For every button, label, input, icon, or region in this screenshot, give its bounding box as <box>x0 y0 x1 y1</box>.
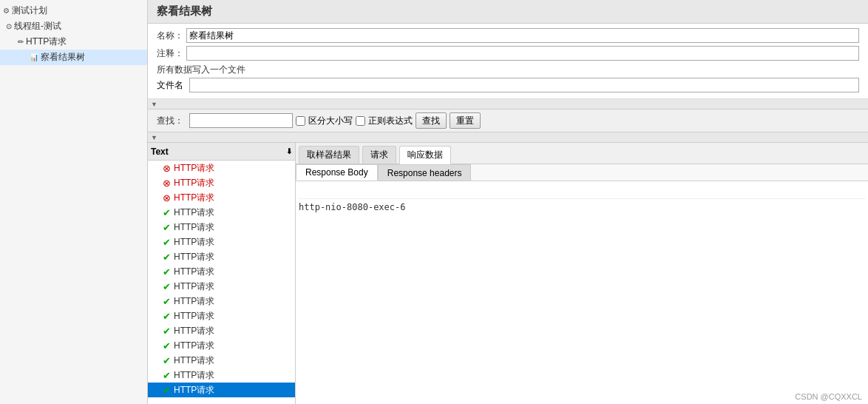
error-icon: ⊗ <box>163 192 171 203</box>
case-sensitive-checkbox[interactable] <box>296 116 305 126</box>
arrow-icon-2: ▼ <box>151 134 157 141</box>
detail-panel: 取样器结果 请求 响应数据 Response Body Response hea… <box>296 143 868 404</box>
list-item[interactable]: ✔HTTP请求 <box>148 294 295 309</box>
panel-title: 察看结果树 <box>157 4 212 17</box>
list-item-text: HTTP请求 <box>174 266 214 278</box>
tab-response-data[interactable]: 响应数据 <box>399 146 451 164</box>
list-item-text: HTTP请求 <box>174 236 214 249</box>
success-icon: ✔ <box>163 222 171 233</box>
list-item-text: HTTP请求 <box>174 340 214 352</box>
list-item-text: HTTP请求 <box>174 295 214 308</box>
search-input[interactable] <box>189 113 293 128</box>
success-icon: ✔ <box>163 311 171 322</box>
list-item-text: HTTP请求 <box>174 192 214 204</box>
list-item[interactable]: ⊗HTTP请求 <box>148 161 295 175</box>
tab-sampler-result[interactable]: 取样器结果 <box>299 146 359 164</box>
search-bar: 查找： 区分大小写 正则表达式 查找 重置 <box>148 110 868 132</box>
list-item-text: HTTP请求 <box>174 162 214 175</box>
tree-panel: ⚙ 测试计划 ⊙ 线程组-测试 ✏ HTTP请求 📊 察看结果树 <box>0 0 148 404</box>
regex-label: 正则表达式 <box>368 115 413 127</box>
success-icon: ✔ <box>163 207 171 218</box>
list-item-text: HTTP请求 <box>174 354 214 367</box>
list-item[interactable]: ✔HTTP请求 <box>148 220 295 235</box>
tree-item-label: 察看结果树 <box>41 51 85 64</box>
form-area: 名称： 注释： 所有数据写入一个文件 文件名 <box>148 24 868 99</box>
gear-icon: ⚙ <box>3 7 10 15</box>
list-item[interactable]: ✔HTTP请求 <box>148 323 295 338</box>
tree-item-http-request[interactable]: ✏ HTTP请求 <box>0 34 147 50</box>
scroll-icon: ⬇ <box>286 147 292 155</box>
filename-label: 文件名 <box>157 79 189 92</box>
sub-tabs: Response Body Response headers <box>296 164 868 181</box>
watermark: CSDN @CQXXCL <box>795 392 862 401</box>
write-section-label: 所有数据写入一个文件 <box>157 64 859 76</box>
name-input[interactable] <box>186 28 859 43</box>
thread-icon: ⊙ <box>6 22 12 30</box>
list-item[interactable]: ✔HTTP请求 <box>148 264 295 279</box>
list-item[interactable]: ✔HTTP请求 <box>148 368 295 383</box>
filename-input[interactable] <box>189 78 859 92</box>
reset-button[interactable]: 重置 <box>450 112 481 129</box>
list-item[interactable]: ✔HTTP请求 <box>148 249 295 264</box>
regex-checkbox[interactable] <box>356 116 365 126</box>
detail-content: http-nio-8080-exec-6 <box>296 181 868 404</box>
success-icon: ✔ <box>163 385 171 396</box>
list-item-text: HTTP请求 <box>174 369 214 382</box>
comment-label: 注释： <box>157 47 186 60</box>
success-icon: ✔ <box>163 340 171 351</box>
list-item[interactable]: ✔HTTP请求 <box>148 383 295 397</box>
list-item-text: HTTP请求 <box>174 177 214 189</box>
tree-item-label: 线程组-测试 <box>14 20 61 33</box>
list-item[interactable]: ⊗HTTP请求 <box>148 175 295 190</box>
list-item[interactable]: ✔HTTP请求 <box>148 309 295 323</box>
list-header: Text ⬇ <box>148 143 295 161</box>
arrow-row: ▼ <box>148 99 868 110</box>
error-icon: ⊗ <box>163 163 171 174</box>
list-item[interactable]: ✔HTTP请求 <box>148 235 295 249</box>
search-label: 查找： <box>157 115 183 127</box>
error-icon: ⊗ <box>163 178 171 189</box>
success-icon: ✔ <box>163 237 171 248</box>
main-content: Text ⬇ ⊗HTTP请求⊗HTTP请求⊗HTTP请求✔HTTP请求✔HTTP… <box>148 143 868 404</box>
tab-request[interactable]: 请求 <box>362 146 396 164</box>
success-icon: ✔ <box>163 266 171 277</box>
result-tree-icon: 📊 <box>30 53 38 61</box>
tree-item-result-tree[interactable]: 📊 察看结果树 <box>0 50 147 65</box>
list-item-text: HTTP请求 <box>174 221 214 234</box>
arrow-row-2: ▼ <box>148 132 868 143</box>
list-item[interactable]: ✔HTTP请求 <box>148 205 295 220</box>
list-item[interactable]: ✔HTTP请求 <box>148 279 295 294</box>
checkbox-group: 区分大小写 正则表达式 <box>296 115 413 127</box>
list-item-text: HTTP请求 <box>174 325 214 337</box>
tree-item-label: HTTP请求 <box>26 36 67 48</box>
right-panel: 察看结果树 名称： 注释： 所有数据写入一个文件 文件名 ▼ 查找： 区分大小写 <box>148 0 868 404</box>
tree-item-test-plan[interactable]: ⚙ 测试计划 <box>0 3 147 18</box>
search-button[interactable]: 查找 <box>416 112 447 129</box>
name-label: 名称： <box>157 30 186 42</box>
arrow-icon: ▼ <box>151 101 157 108</box>
list-item-text: HTTP请求 <box>174 280 214 293</box>
success-icon: ✔ <box>163 296 171 307</box>
sub-tab-response-headers[interactable]: Response headers <box>378 164 472 181</box>
list-panel: Text ⬇ ⊗HTTP请求⊗HTTP请求⊗HTTP请求✔HTTP请求✔HTTP… <box>148 143 296 404</box>
list-item-text: HTTP请求 <box>174 310 214 323</box>
detail-tabs: 取样器结果 请求 响应数据 <box>296 143 868 164</box>
case-sensitive-label: 区分大小写 <box>308 115 353 127</box>
list-item[interactable]: ✔HTTP请求 <box>148 338 295 353</box>
success-icon: ✔ <box>163 355 171 366</box>
success-icon: ✔ <box>163 326 171 337</box>
tree-item-label: 测试计划 <box>12 4 47 17</box>
detail-text: http-nio-8080-exec-6 <box>299 202 406 212</box>
list-item[interactable]: ⊗HTTP请求 <box>148 190 295 205</box>
sub-tab-response-body[interactable]: Response Body <box>296 164 378 181</box>
list-scroll[interactable]: ⊗HTTP请求⊗HTTP请求⊗HTTP请求✔HTTP请求✔HTTP请求✔HTTP… <box>148 161 295 404</box>
list-item-text: HTTP请求 <box>174 251 214 263</box>
success-icon: ✔ <box>163 252 171 263</box>
list-item-text: HTTP请求 <box>174 206 214 219</box>
comment-input[interactable] <box>186 46 859 61</box>
list-item[interactable]: ✔HTTP请求 <box>148 353 295 368</box>
panel-header: 察看结果树 <box>148 0 868 24</box>
http-icon: ✏ <box>18 38 24 46</box>
list-item-text: HTTP请求 <box>174 384 214 397</box>
tree-item-thread-group[interactable]: ⊙ 线程组-测试 <box>0 18 147 34</box>
